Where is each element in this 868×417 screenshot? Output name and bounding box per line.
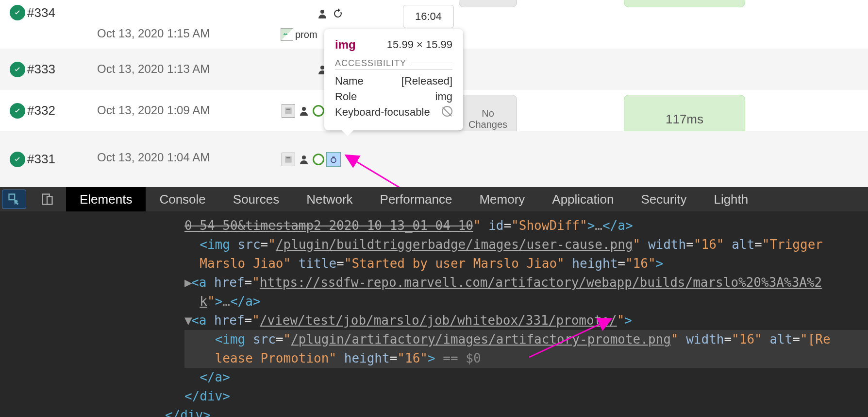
user-icon bbox=[316, 7, 329, 20]
tooltip-row-name: Name [Released] bbox=[335, 75, 452, 87]
build-date: Oct 13, 2020 1:13 AM bbox=[97, 62, 210, 76]
user-icon bbox=[297, 104, 311, 118]
changes-card: hanges bbox=[459, 0, 517, 7]
build-number[interactable]: #332 bbox=[27, 103, 55, 118]
tooltip-tag: img bbox=[335, 38, 356, 52]
code-line[interactable]: 0 54 50&timestamp2 2020 10 13_01 04 10" … bbox=[184, 216, 868, 235]
badge-icons bbox=[282, 152, 341, 167]
prom-text: prom bbox=[295, 29, 317, 40]
user-icon bbox=[297, 153, 311, 166]
tab-lighthouse[interactable]: Lighth bbox=[700, 187, 762, 211]
devtools-panel: Elements Console Sources Network Perform… bbox=[0, 187, 868, 417]
code-line-selected[interactable]: lease Promotion" height="16"> == $0 bbox=[184, 349, 868, 368]
promote-icon bbox=[313, 154, 324, 165]
code-line[interactable]: k">…</a> bbox=[184, 292, 868, 311]
svg-point-3 bbox=[302, 156, 306, 159]
success-icon bbox=[10, 5, 25, 20]
inspector-tooltip: img 15.99 × 15.99 ACCESSIBILITY Name [Re… bbox=[324, 29, 463, 130]
success-icon bbox=[10, 103, 25, 119]
tooltip-row-role: Role img bbox=[335, 90, 452, 103]
build-date: Oct 13, 2020 1:09 AM bbox=[97, 104, 210, 117]
tab-network[interactable]: Network bbox=[293, 187, 366, 211]
code-line[interactable]: ▶<a href="https://ssdfw-repo.marvell.com… bbox=[184, 273, 868, 292]
duration-card bbox=[624, 0, 745, 7]
promote-release-icon-highlighted[interactable] bbox=[326, 152, 341, 167]
tab-memory[interactable]: Memory bbox=[466, 187, 538, 211]
code-line[interactable]: ▼<a href="/view/test/job/marslo/job/whit… bbox=[184, 311, 868, 330]
time-text: 16:04 bbox=[415, 10, 442, 22]
tab-security[interactable]: Security bbox=[628, 187, 701, 211]
build-date: Oct 13, 2020 1:04 AM bbox=[97, 151, 210, 164]
artifact-icon bbox=[282, 104, 295, 118]
svg-rect-8 bbox=[47, 196, 52, 204]
code-line-selected[interactable]: ••• <img src="/plugin/artifactory/images… bbox=[184, 330, 868, 349]
tab-sources[interactable]: Sources bbox=[219, 187, 293, 211]
time-box: 16:04 bbox=[403, 5, 454, 28]
tooltip-row-keyboard: Keyboard-focusable bbox=[335, 106, 452, 119]
tooltip-section-header: ACCESSIBILITY bbox=[335, 58, 452, 70]
build-number[interactable]: #333 bbox=[27, 62, 55, 77]
builds-list: #334 Oct 13, 2020 1:15 AM prom 16:04 han… bbox=[0, 0, 868, 187]
svg-point-2 bbox=[302, 107, 306, 111]
code-line[interactable]: </a> bbox=[184, 368, 868, 387]
code-line[interactable]: Marslo Jiao" title="Started by user Mars… bbox=[184, 254, 868, 273]
success-icon bbox=[10, 152, 25, 167]
artifact-icon bbox=[282, 153, 295, 166]
build-row[interactable]: #331 Oct 13, 2020 1:04 AM Oct 13 15:53 N… bbox=[0, 131, 868, 187]
badge-icons bbox=[316, 7, 345, 20]
broken-image-row: prom bbox=[281, 28, 317, 41]
broken-image-icon bbox=[281, 28, 293, 41]
build-number[interactable]: #331 bbox=[27, 152, 55, 167]
inspect-element-button[interactable] bbox=[2, 190, 26, 209]
tab-application[interactable]: Application bbox=[538, 187, 627, 211]
tooltip-dimensions: 15.99 × 15.99 bbox=[387, 38, 452, 51]
success-icon bbox=[10, 62, 25, 77]
tab-performance[interactable]: Performance bbox=[367, 187, 466, 211]
svg-point-1 bbox=[320, 66, 324, 70]
devtools-tabs: Elements Console Sources Network Perform… bbox=[0, 187, 868, 211]
code-line[interactable]: <img src="/plugin/buildtriggerbadge/imag… bbox=[184, 235, 868, 254]
not-focusable-icon bbox=[442, 106, 452, 117]
tab-console[interactable]: Console bbox=[146, 187, 219, 211]
tab-elements[interactable]: Elements bbox=[66, 187, 146, 211]
refresh-icon bbox=[331, 7, 345, 20]
code-line[interactable]: </div> bbox=[184, 387, 868, 406]
elements-dom-tree[interactable]: 0 54 50&timestamp2 2020 10 13_01 04 10" … bbox=[0, 211, 868, 417]
promote-icon bbox=[313, 105, 324, 117]
badge-icons bbox=[282, 104, 324, 118]
build-number[interactable]: #334 bbox=[27, 5, 55, 20]
svg-point-0 bbox=[320, 10, 324, 14]
svg-point-4 bbox=[331, 157, 336, 162]
code-line[interactable]: </div> bbox=[165, 406, 868, 417]
device-toolbar-button[interactable] bbox=[28, 187, 66, 211]
build-date: Oct 13, 2020 1:15 AM bbox=[97, 27, 210, 40]
svg-rect-5 bbox=[333, 156, 335, 158]
